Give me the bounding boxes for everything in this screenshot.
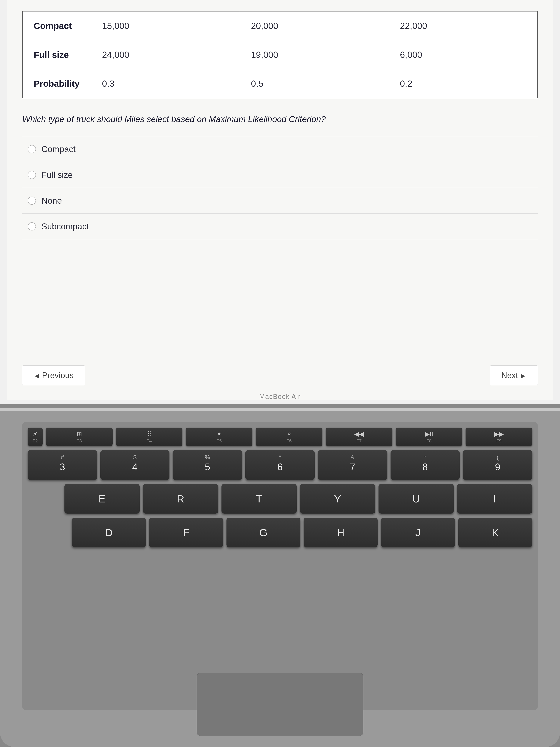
keyboard-bezel: ☀ F2 ⊞ F3 ⠿ F4 ✦ F5 ✧ F6 [0,411,560,747]
key-y[interactable]: Y [300,484,375,514]
key-7[interactable]: & 7 [318,450,387,480]
key-7-top: & [351,454,354,461]
answer-options: Compact Full size None Subcompact [22,136,538,239]
key-w-spacer [28,484,61,514]
brightness-icon: ☀ [32,430,38,438]
f2-label: F2 [33,438,38,443]
cell-compact-3: 22,000 [389,11,537,41]
keyboard-backlight-up-icon: ✧ [287,430,292,438]
radio-none[interactable] [28,197,36,205]
key-5-top: % [205,454,210,461]
key-k[interactable]: K [458,518,532,547]
fastforward-icon: ▶▶ [494,430,504,438]
key-6-main: 6 [277,461,283,472]
key-5[interactable]: % 5 [173,450,242,480]
function-row: ☀ F2 ⊞ F3 ⠿ F4 ✦ F5 ✧ F6 [28,428,532,446]
next-button[interactable]: Next [490,365,538,385]
key-9-main: 9 [495,461,500,472]
key-8-top: * [424,454,426,461]
key-6-top: ^ [279,454,282,461]
fn-key-f6[interactable]: ✧ F6 [256,428,322,446]
f5-label: F5 [216,438,222,443]
play-pause-icon: ▶II [425,430,433,438]
key-e[interactable]: E [64,484,140,514]
table-row: Probability 0.3 0.5 0.2 [23,69,537,98]
key-h[interactable]: H [304,518,378,547]
option-compact-label: Compact [42,144,76,154]
cell-fullsize-1: 24,000 [91,41,240,69]
previous-button[interactable]: Previous [22,365,85,385]
table-row: Full size 24,000 19,000 6,000 [23,41,537,69]
option-none[interactable]: None [22,188,538,214]
navigation-buttons: Previous Next [22,365,538,385]
option-subcompact-label: Subcompact [42,222,89,231]
cell-prob-2: 0.5 [240,69,389,98]
option-none-label: None [42,196,62,206]
f7-label: F7 [356,438,362,443]
mission-control-icon: ⊞ [77,430,82,438]
key-t[interactable]: T [221,484,297,514]
key-9[interactable]: ( 9 [463,450,532,480]
f3-label: F3 [77,438,82,443]
fn-key-f3[interactable]: ⊞ F3 [46,428,113,446]
fn-key-f4[interactable]: ⠿ F4 [116,428,183,446]
fn-key-f7[interactable]: ◀◀ F7 [326,428,393,446]
key-4-top: $ [133,454,137,461]
key-g[interactable]: G [226,518,300,547]
fn-key-f9[interactable]: ▶▶ F9 [465,428,532,446]
f6-label: F6 [287,438,292,443]
fn-key-f8[interactable]: ▶II F8 [396,428,462,446]
key-6[interactable]: ^ 6 [245,450,315,480]
key-d-spacer [28,518,69,547]
cell-prob-1: 0.3 [91,69,240,98]
content-area: Compact 15,000 20,000 22,000 Full size 2… [7,0,553,400]
key-d[interactable]: D [72,518,146,547]
key-i[interactable]: I [457,484,532,514]
option-fullsize[interactable]: Full size [22,162,538,188]
fn-key-f5[interactable]: ✦ F5 [186,428,252,446]
question-text: Which type of truck should Miles select … [22,113,538,125]
key-f[interactable]: F [149,518,223,547]
key-r[interactable]: R [143,484,218,514]
radio-subcompact[interactable] [28,222,36,230]
keyboard-area: ☀ F2 ⊞ F3 ⠿ F4 ✦ F5 ✧ F6 [0,411,560,747]
key-3-main: 3 [60,461,65,472]
option-fullsize-label: Full size [42,170,73,180]
radio-fullsize[interactable] [28,171,36,179]
payoff-table: Compact 15,000 20,000 22,000 Full size 2… [23,11,537,98]
f8-label: F8 [426,438,431,443]
key-8[interactable]: * 8 [391,450,460,480]
launchpad-icon: ⠿ [147,430,152,438]
f9-label: F9 [496,438,502,443]
laptop-screen: Compact 15,000 20,000 22,000 Full size 2… [0,0,560,408]
macbook-label: MacBook Air [259,393,301,401]
keyboard-deck: ☀ F2 ⊞ F3 ⠿ F4 ✦ F5 ✧ F6 [22,422,538,710]
option-subcompact[interactable]: Subcompact [22,214,538,239]
bottom-letter-row: D F G H J K [28,518,532,547]
data-table-container: Compact 15,000 20,000 22,000 Full size 2… [22,11,538,98]
row-label-fullsize: Full size [23,41,91,69]
trackpad[interactable] [197,673,363,736]
key-3-top: # [61,454,64,461]
key-j[interactable]: J [381,518,455,547]
option-compact[interactable]: Compact [22,136,538,162]
key-3[interactable]: # 3 [28,450,97,480]
cell-fullsize-2: 19,000 [240,41,389,69]
cell-compact-1: 15,000 [91,11,240,41]
cell-prob-3: 0.2 [389,69,537,98]
top-letter-row: E R T Y U I [28,484,532,514]
row-label-probability: Probability [23,69,91,98]
row-label-compact: Compact [23,11,91,41]
key-4[interactable]: $ 4 [100,450,170,480]
key-9-top: ( [497,454,499,461]
number-row: # 3 $ 4 % 5 ^ 6 & 7 [28,450,532,480]
keyboard-backlight-down-icon: ✦ [216,430,222,438]
cell-fullsize-3: 6,000 [389,41,537,69]
key-5-main: 5 [205,461,210,472]
table-row: Compact 15,000 20,000 22,000 [23,11,537,41]
fn-key-f2[interactable]: ☀ F2 [28,428,43,446]
key-8-main: 8 [422,461,428,472]
f4-label: F4 [147,438,152,443]
key-u[interactable]: U [378,484,454,514]
radio-compact[interactable] [28,145,36,153]
